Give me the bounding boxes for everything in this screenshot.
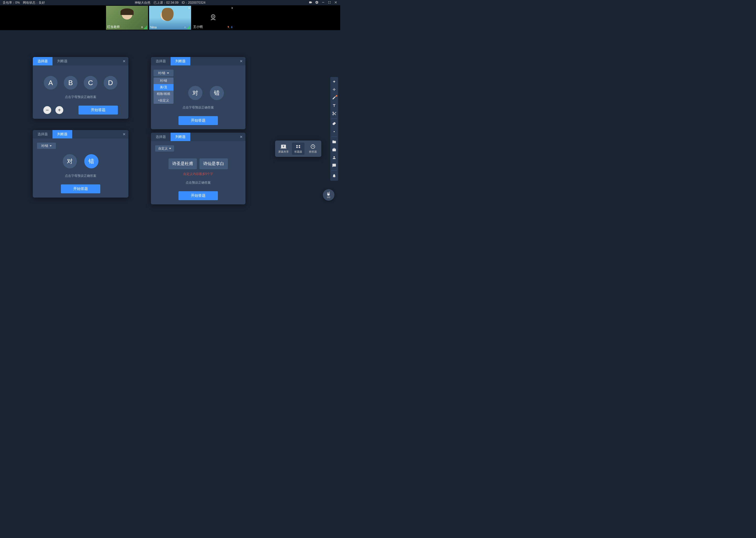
network-status: 网络状态：良好 bbox=[23, 1, 45, 5]
person-icon[interactable] bbox=[331, 154, 338, 161]
svg-rect-6 bbox=[299, 145, 300, 146]
video-tile-camera-off[interactable]: × 王小明 bbox=[192, 6, 234, 30]
custom-option-chip[interactable]: 诗仙是李白 bbox=[200, 158, 228, 169]
folder-icon[interactable] bbox=[331, 138, 338, 145]
mic-icon bbox=[141, 26, 143, 29]
add-option-button[interactable]: + bbox=[55, 106, 63, 114]
settings-icon[interactable] bbox=[315, 1, 319, 5]
packet-loss: 丢包率：0% bbox=[3, 1, 20, 5]
text-tool-icon[interactable] bbox=[331, 102, 338, 109]
start-answer-button[interactable]: 开始答题 bbox=[78, 106, 118, 115]
video-tile-teacher[interactable]: 叮当老师 bbox=[106, 6, 148, 30]
cursor-tool-icon[interactable] bbox=[331, 79, 338, 85]
judge-type-dropdown-menu: 对/错 美/丑 精致/粗糙 +自定义 bbox=[154, 78, 173, 104]
top-status-bar: 丢包率：0% 网络状态：良好 神秘大自然 已上课：02:34:09 ID：202… bbox=[0, 0, 340, 5]
svg-rect-5 bbox=[296, 145, 298, 146]
camera-off-icon bbox=[208, 12, 218, 24]
svg-point-3 bbox=[213, 16, 214, 17]
remove-option-button[interactable]: − bbox=[43, 106, 51, 114]
option-false-button[interactable]: 错 bbox=[210, 86, 224, 100]
camera-toggle-icon[interactable] bbox=[309, 1, 312, 5]
svg-point-4 bbox=[334, 131, 335, 132]
close-icon[interactable]: ✕ bbox=[240, 59, 243, 63]
option-d-button[interactable]: D bbox=[104, 76, 117, 89]
dropdown-option[interactable]: +自定义 bbox=[154, 97, 173, 104]
option-c-button[interactable]: C bbox=[84, 76, 97, 89]
dropdown-option[interactable]: 精致/粗糙 bbox=[154, 91, 173, 97]
hint-text: 点击字母预设正确答案 bbox=[182, 105, 214, 110]
class-time: 已上课：02:34:09 bbox=[154, 1, 178, 5]
svg-rect-8 bbox=[299, 147, 300, 148]
tab-judge[interactable]: 判断题 bbox=[170, 57, 190, 65]
right-tool-sidebar bbox=[330, 77, 338, 181]
custom-option-chip[interactable]: 诗圣是杜甫 bbox=[168, 158, 197, 169]
minimize-icon[interactable] bbox=[321, 1, 325, 5]
close-icon[interactable]: ✕ bbox=[122, 59, 126, 63]
start-answer-button[interactable]: 开始答题 bbox=[178, 191, 218, 200]
eraser-tool-icon[interactable] bbox=[331, 120, 338, 127]
chevron-down-icon bbox=[50, 145, 52, 146]
move-tool-icon[interactable] bbox=[331, 86, 338, 93]
tile-close-icon[interactable]: × bbox=[188, 6, 190, 10]
tab-choice[interactable]: 选择题 bbox=[33, 130, 53, 138]
chat-icon[interactable] bbox=[331, 162, 338, 169]
start-answer-button[interactable]: 开始答题 bbox=[61, 185, 100, 193]
chevron-down-icon bbox=[167, 73, 169, 74]
hand-count: 0/2 bbox=[327, 196, 330, 198]
judge-type-dropdown[interactable]: 自定义 bbox=[155, 145, 174, 152]
svg-rect-0 bbox=[322, 2, 324, 2]
audio-level-icon bbox=[187, 26, 190, 29]
tile-close-icon[interactable]: × bbox=[231, 6, 233, 10]
tab-judge[interactable]: 判断题 bbox=[53, 130, 72, 138]
tab-choice[interactable]: 选择题 bbox=[151, 57, 170, 65]
hint-text: 点击字母预设正确答案 bbox=[65, 174, 96, 178]
quiz-panel-custom: 选择题 判断题 ✕ 自定义 诗圣是杜甫 诗仙是李白 自定义内容最多5个字 点击预… bbox=[151, 133, 246, 204]
option-false-button[interactable]: 错 bbox=[84, 154, 98, 168]
participant-video-strip: 叮当老师 × Nina × 王小明 bbox=[0, 5, 340, 30]
close-icon[interactable]: ✕ bbox=[122, 132, 126, 136]
fullscreen-icon[interactable] bbox=[328, 1, 331, 5]
judge-type-dropdown[interactable]: 对/错 bbox=[37, 143, 56, 149]
option-true-button[interactable]: 对 bbox=[63, 154, 77, 168]
action-toolbar: 屏幕共享 答题器 抢答器 bbox=[275, 140, 321, 157]
tab-judge[interactable]: 判断题 bbox=[170, 133, 190, 141]
toolbox-icon[interactable] bbox=[331, 146, 338, 153]
hint-text: 点击预设正确答案 bbox=[186, 181, 211, 185]
option-a-button[interactable]: A bbox=[44, 76, 58, 89]
video-tile-student[interactable]: × Nina bbox=[149, 6, 191, 30]
pen-tool-icon[interactable] bbox=[331, 94, 338, 101]
start-answer-button[interactable]: 开始答题 bbox=[178, 116, 218, 125]
hint-text: 点击字母预设正确答案 bbox=[65, 95, 96, 99]
svg-point-1 bbox=[185, 27, 186, 28]
judge-type-dropdown[interactable]: 对/错 bbox=[154, 70, 173, 77]
responder-button[interactable]: 抢答器 bbox=[307, 143, 319, 155]
tab-judge[interactable]: 判断题 bbox=[53, 57, 72, 65]
close-window-icon[interactable] bbox=[334, 1, 338, 5]
course-title: 神秘大自然 bbox=[135, 1, 150, 5]
close-icon[interactable]: ✕ bbox=[240, 135, 243, 139]
option-true-button[interactable]: 对 bbox=[188, 86, 202, 100]
option-b-button[interactable]: B bbox=[64, 76, 77, 89]
chevron-down-icon bbox=[169, 148, 171, 149]
participant-name: 王小明 bbox=[193, 25, 203, 29]
dot-tool-icon[interactable] bbox=[331, 128, 338, 135]
bell-icon[interactable] bbox=[331, 172, 338, 179]
mic-muted-icon bbox=[227, 26, 230, 29]
mic-icon bbox=[184, 26, 186, 29]
raise-hand-button[interactable]: 0/2 bbox=[323, 189, 334, 201]
warning-text: 自定义内容最多5个字 bbox=[183, 172, 213, 176]
quiz-panel-judge-selected: 选择题 判断题 ✕ 对/错 对 错 点击字母预设正确答案 开始答题 bbox=[33, 130, 128, 197]
dropdown-option[interactable]: 美/丑 bbox=[154, 84, 173, 91]
quiz-panel-choice: 选择题 判断题 ✕ A B C D 点击字母预设正确答案 − + 开始答题 bbox=[33, 57, 128, 119]
participant-name: 叮当老师 bbox=[107, 25, 120, 29]
answer-tool-button[interactable]: 答题器 bbox=[292, 143, 305, 155]
audio-level-icon bbox=[144, 26, 147, 29]
svg-rect-7 bbox=[296, 147, 298, 148]
scissors-tool-icon[interactable] bbox=[331, 110, 338, 117]
session-id: ID：2020070324 bbox=[182, 1, 206, 5]
tab-choice[interactable]: 选择题 bbox=[33, 57, 53, 65]
dropdown-option[interactable]: 对/错 bbox=[154, 78, 173, 84]
screen-share-button[interactable]: 屏幕共享 bbox=[277, 143, 290, 155]
participant-name: Nina bbox=[150, 26, 157, 29]
tab-choice[interactable]: 选择题 bbox=[151, 133, 170, 141]
